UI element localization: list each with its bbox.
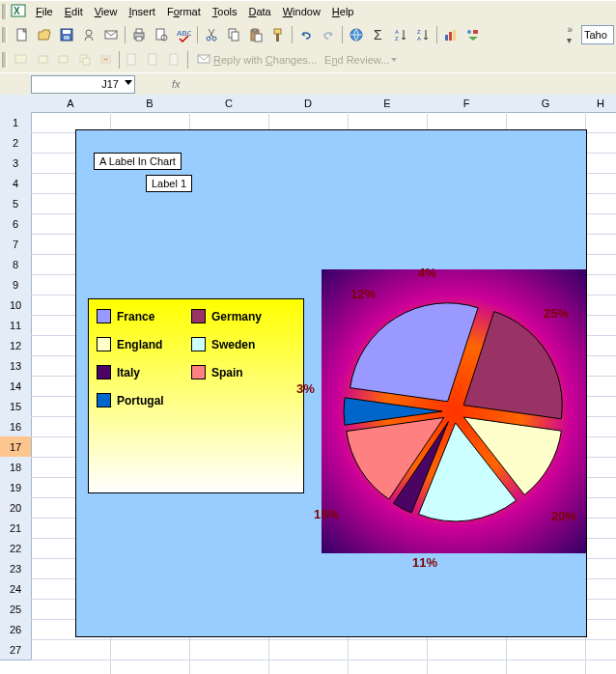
svg-rect-40 (127, 54, 135, 65)
print-button[interactable] (128, 24, 150, 45)
name-box[interactable]: J17 (31, 75, 135, 94)
new-button[interactable] (12, 24, 33, 45)
row-head[interactable]: 14 (0, 376, 32, 397)
menu-view[interactable]: View (89, 4, 124, 19)
row-head[interactable]: 17 (0, 436, 32, 458)
sort-asc-button[interactable]: AZ (390, 24, 411, 45)
row-head[interactable]: 24 (0, 578, 32, 600)
row-head[interactable]: 19 (0, 477, 32, 498)
row-head[interactable]: 4 (0, 173, 32, 194)
print-preview-button[interactable] (151, 24, 172, 45)
row-head[interactable]: 12 (0, 335, 32, 356)
accept-change-button (143, 49, 164, 70)
pct-label-20: 20% (551, 509, 576, 523)
col-head-c[interactable]: C (189, 95, 269, 113)
legend-item-france: France (97, 309, 191, 323)
row-head[interactable]: 2 (0, 132, 32, 154)
redo-button[interactable] (318, 24, 339, 45)
legend-item-sweden: Sweden (191, 337, 286, 351)
format-painter-button[interactable] (267, 24, 289, 45)
chart-label-2[interactable]: Label 1 (146, 175, 192, 192)
show-comment-button (74, 49, 96, 70)
undo-button[interactable] (295, 24, 317, 45)
menu-bar: X FFileile Edit View Insert Format Tools… (0, 0, 616, 22)
open-button[interactable] (34, 24, 55, 45)
sort-desc-button[interactable]: ZA (412, 24, 434, 45)
chart-legend[interactable]: France Germany England Sweden Italy Spai… (88, 298, 304, 493)
row-head[interactable]: 13 (0, 355, 32, 377)
row-head[interactable]: 21 (0, 518, 32, 539)
legend-item-spain: Spain (191, 365, 286, 379)
row-head[interactable]: 23 (0, 558, 32, 579)
autosum-button[interactable]: Σ (368, 24, 389, 45)
font-name-input[interactable] (581, 25, 614, 44)
menu-grip[interactable] (2, 4, 7, 19)
menu-tools[interactable]: Tools (207, 4, 243, 19)
menu-edit[interactable]: Edit (59, 4, 89, 19)
cut-button[interactable] (201, 24, 222, 45)
pct-label-3: 3% (296, 381, 315, 396)
chart-label-1[interactable]: A Label In Chart (94, 153, 182, 170)
row-head[interactable]: 5 (0, 193, 32, 214)
row-head[interactable]: 6 (0, 213, 32, 235)
toolbar-grip-2[interactable] (2, 52, 7, 68)
col-head-g[interactable]: G (506, 95, 586, 113)
row-head[interactable]: 10 (0, 295, 32, 316)
legend-item-england: England (97, 337, 191, 351)
col-head-h[interactable]: H (585, 95, 616, 113)
hyperlink-button[interactable] (346, 24, 367, 45)
email-button[interactable] (100, 24, 122, 45)
row-head[interactable]: 20 (0, 497, 32, 519)
svg-text:Σ: Σ (374, 27, 382, 42)
spelling-button[interactable]: ABC (173, 24, 194, 45)
row-head[interactable]: 18 (0, 457, 32, 478)
chevron-down-icon[interactable] (125, 80, 132, 85)
toolbar-grip[interactable] (2, 27, 7, 42)
row-head[interactable]: 8 (0, 254, 32, 275)
paste-button[interactable] (245, 24, 266, 45)
svg-text:X: X (14, 6, 20, 16)
drawing-button[interactable] (462, 24, 484, 45)
col-head-f[interactable]: F (427, 95, 507, 113)
row-head[interactable]: 27 (0, 639, 32, 660)
svg-point-14 (207, 37, 210, 41)
svg-rect-33 (473, 30, 478, 34)
row-head[interactable]: 25 (0, 599, 32, 620)
menu-data[interactable]: Data (242, 4, 276, 19)
row-head[interactable]: 9 (0, 274, 32, 295)
fx-label[interactable]: fx (172, 78, 181, 90)
permission-button[interactable] (78, 24, 99, 45)
svg-point-32 (467, 30, 471, 34)
row-head[interactable]: 3 (0, 153, 32, 174)
svg-rect-36 (59, 56, 68, 63)
menu-window[interactable]: Window (277, 4, 326, 19)
row-head[interactable]: 1 (0, 112, 32, 133)
col-head-a[interactable]: A (31, 95, 111, 113)
toolbar-overflow[interactable]: »▾ (563, 24, 576, 45)
pct-label-4: 4% (418, 266, 436, 280)
worksheet-grid[interactable]: A B C D E F G H // inline generation don… (0, 95, 616, 674)
embedded-chart[interactable]: A Label In Chart Label 1 France Germany … (75, 129, 587, 637)
menu-file[interactable]: FFileile (30, 4, 59, 19)
col-head-b[interactable]: B (110, 95, 190, 113)
menu-insert[interactable]: Insert (123, 4, 161, 19)
col-head-d[interactable]: D (268, 95, 349, 113)
select-all-corner[interactable] (0, 95, 32, 113)
menu-format[interactable]: Format (161, 4, 207, 19)
svg-text:A: A (417, 36, 421, 42)
formula-bar: J17 fx (0, 72, 616, 95)
row-head[interactable]: 26 (0, 619, 32, 640)
row-head[interactable]: 7 (0, 234, 32, 255)
menu-help[interactable]: Help (326, 4, 360, 19)
svg-rect-42 (170, 54, 178, 65)
svg-rect-19 (253, 29, 257, 32)
save-button[interactable] (56, 24, 77, 45)
row-head[interactable]: 15 (0, 396, 32, 417)
row-head[interactable]: 22 (0, 538, 32, 559)
chart-wizard-button[interactable] (440, 24, 462, 45)
row-head[interactable]: 16 (0, 416, 32, 437)
name-box-value: J17 (101, 78, 119, 90)
row-head[interactable]: 11 (0, 315, 32, 336)
col-head-e[interactable]: E (348, 95, 428, 113)
copy-button[interactable] (223, 24, 244, 45)
